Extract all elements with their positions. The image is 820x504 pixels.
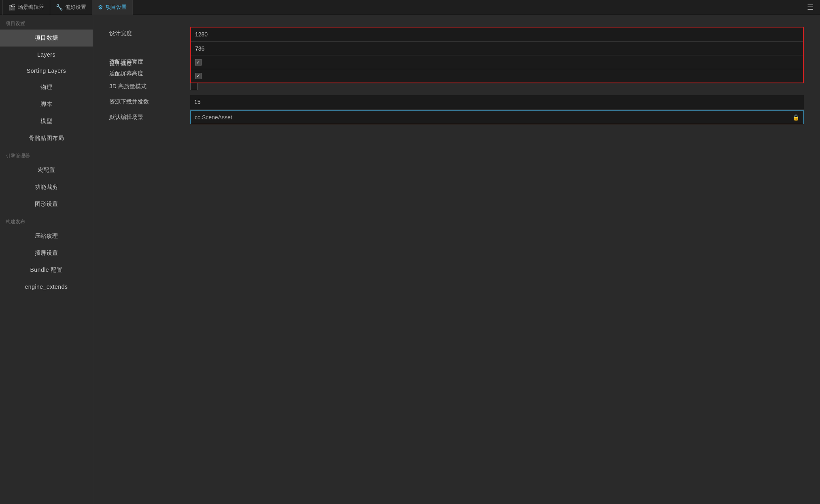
- sidebar-item-layers[interactable]: Layers: [0, 47, 93, 63]
- default-scene-row: 默认编辑场景 cc.SceneAsset 🔒: [109, 110, 804, 124]
- sidebar-section-project: 项目设置: [0, 15, 93, 30]
- height-input-wrapper: [191, 41, 803, 55]
- sidebar-item-graphics-settings[interactable]: 图形设置: [0, 196, 93, 213]
- sidebar-item-sorting-layers[interactable]: Sorting Layers: [0, 63, 93, 79]
- hq-3d-checkbox[interactable]: [190, 83, 198, 90]
- width-input-wrapper: [191, 28, 803, 41]
- sidebar: 项目设置 项目数据 Layers Sorting Layers 物理 脚本 模型…: [0, 15, 93, 504]
- default-scene-field[interactable]: cc.SceneAsset 🔒: [190, 110, 804, 124]
- download-count-label: 资源下载并发数: [109, 95, 190, 106]
- content-area: 设计宽度: [93, 15, 820, 504]
- sidebar-section-engine: 引擎管理器: [0, 147, 93, 162]
- fit-width-checkbox-wrapper: ✓: [191, 55, 803, 69]
- tab-preferences-label: 偏好设置: [65, 4, 86, 11]
- project-settings-icon: ⚙: [98, 4, 103, 11]
- design-width-label: 设计宽度: [109, 27, 190, 37]
- sidebar-item-feature-crop[interactable]: 功能裁剪: [0, 179, 93, 196]
- menu-button[interactable]: ☰: [803, 3, 818, 12]
- design-width-full-row: 设计宽度: [109, 27, 804, 83]
- tab-scene-editor-label: 场景编辑器: [18, 4, 44, 11]
- sidebar-item-model[interactable]: 模型: [0, 113, 93, 130]
- sidebar-item-physics[interactable]: 物理: [0, 79, 93, 96]
- fit-screen-height-checkbox[interactable]: ✓: [195, 73, 202, 79]
- design-width-input[interactable]: [191, 28, 803, 41]
- main-layout: 项目设置 项目数据 Layers Sorting Layers 物理 脚本 模型…: [0, 15, 820, 504]
- lock-icon: 🔒: [792, 114, 799, 121]
- scene-asset-label: cc.SceneAsset: [195, 114, 232, 121]
- sidebar-item-engine-extend[interactable]: engine_extends: [0, 279, 93, 295]
- default-scene-label: 默认编辑场景: [109, 110, 190, 121]
- tab-preferences[interactable]: 🔧 偏好设置: [50, 0, 92, 15]
- topbar: 🎬 场景编辑器 🔧 偏好设置 ⚙ 项目设置 ☰: [0, 0, 820, 15]
- sidebar-item-splash-settings[interactable]: 插屏设置: [0, 245, 93, 262]
- fit-width-check: ✓: [196, 60, 200, 65]
- sidebar-item-bundle-config[interactable]: Bundle 配置: [0, 262, 93, 279]
- tab-project-settings-label: 项目设置: [106, 4, 127, 11]
- download-count-row: 资源下载并发数 15: [109, 95, 804, 109]
- sidebar-item-compress-texture[interactable]: 压缩纹理: [0, 228, 93, 245]
- download-count-field: 15: [190, 95, 804, 109]
- content-inner: 设计宽度: [109, 27, 804, 124]
- design-width-right: ✓ ✓: [190, 27, 804, 83]
- sidebar-section-build: 构建发布: [0, 213, 93, 228]
- fit-screen-width-checkbox[interactable]: ✓: [195, 59, 202, 66]
- sidebar-item-skeleton-atlas[interactable]: 骨骼贴图布局: [0, 130, 93, 147]
- hq-3d-control: [190, 80, 804, 93]
- design-height-input[interactable]: [191, 42, 803, 55]
- sidebar-item-script[interactable]: 脚本: [0, 96, 93, 113]
- sidebar-item-macro-config[interactable]: 宏配置: [0, 162, 93, 179]
- tab-scene-editor[interactable]: 🎬 场景编辑器: [2, 0, 50, 15]
- hq-3d-row: 3D 高质量模式: [109, 80, 804, 93]
- preferences-icon: 🔧: [56, 4, 63, 11]
- sidebar-item-project-data[interactable]: 项目数据: [0, 30, 93, 47]
- fit-height-check: ✓: [196, 74, 200, 78]
- tab-project-settings[interactable]: ⚙ 项目设置: [92, 0, 133, 15]
- red-border-group: ✓ ✓: [190, 27, 804, 83]
- hq-3d-label: 3D 高质量模式: [109, 80, 190, 90]
- scene-editor-icon: 🎬: [8, 4, 15, 11]
